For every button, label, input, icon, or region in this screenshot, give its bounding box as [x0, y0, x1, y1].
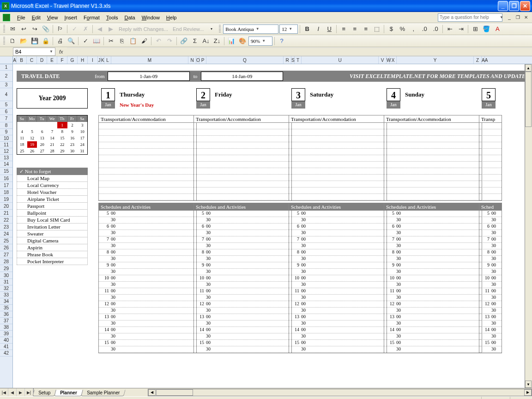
calendar-cell[interactable]: 26: [27, 148, 37, 154]
schedule-row[interactable]: 700: [479, 236, 502, 243]
schedule-row[interactable]: 30: [384, 333, 482, 340]
horizontal-scrollbar[interactable]: ◀ ▶: [148, 389, 532, 396]
menu-window[interactable]: Window: [139, 14, 163, 21]
row-header[interactable]: 25: [0, 237, 12, 244]
schedule-row[interactable]: 30: [479, 243, 502, 249]
row-header[interactable]: 29: [0, 265, 12, 272]
align-left-button[interactable]: ≡: [339, 24, 349, 34]
zoom-selector[interactable]: 90% ▼: [248, 36, 272, 46]
drawing-button[interactable]: 🎨: [237, 36, 248, 46]
schedule-row[interactable]: 30: [479, 256, 502, 262]
row-header[interactable]: 42: [0, 350, 12, 357]
schedule-row[interactable]: 1400: [479, 327, 502, 333]
column-header[interactable]: J: [98, 56, 101, 64]
schedule-row[interactable]: 30: [99, 282, 196, 288]
schedule-row[interactable]: 30: [384, 243, 482, 249]
column-header[interactable]: Z: [474, 56, 482, 64]
list-item[interactable]: [384, 136, 482, 142]
reply-icon[interactable]: ↩: [18, 24, 29, 34]
list-item[interactable]: [194, 175, 291, 181]
menu-file[interactable]: File: [14, 14, 29, 21]
row-header[interactable]: 33: [0, 292, 12, 298]
schedule-row[interactable]: 30: [194, 333, 291, 340]
paste-button[interactable]: 📋: [128, 36, 138, 46]
schedule-row[interactable]: 30: [99, 346, 196, 353]
transportation-section[interactable]: Transportation/Accommodation: [289, 115, 387, 201]
row-header[interactable]: 2: [0, 71, 12, 82]
row-header[interactable]: 39: [0, 331, 12, 337]
list-item[interactable]: [384, 181, 482, 187]
schedule-row[interactable]: 30: [384, 269, 482, 275]
research-button[interactable]: 📖: [91, 36, 102, 46]
calendar-cell[interactable]: 12: [27, 135, 37, 141]
close-button[interactable]: ✕: [520, 1, 530, 11]
list-item[interactable]: [384, 142, 482, 149]
ntf-item[interactable]: Sweater: [17, 230, 88, 237]
schedule-row[interactable]: 1400: [384, 327, 482, 333]
row-header[interactable]: 21: [0, 210, 12, 217]
schedule-row[interactable]: 1500: [479, 340, 502, 346]
increase-indent-button[interactable]: ⇥: [456, 24, 466, 34]
save-button[interactable]: 💾: [30, 36, 40, 46]
calendar-cell[interactable]: [37, 122, 47, 128]
font-selector[interactable]: Book Antiqua ▼: [223, 24, 278, 34]
cut-button[interactable]: ✂: [106, 36, 116, 46]
schedule-row[interactable]: 30: [99, 256, 196, 262]
reject-icon[interactable]: ✗: [80, 24, 91, 34]
schedule-row[interactable]: 500: [289, 211, 387, 217]
calendar-cell[interactable]: 22: [57, 141, 67, 148]
sort-asc-button[interactable]: A↓: [201, 36, 211, 46]
schedule-row[interactable]: 30: [289, 269, 387, 275]
row-header[interactable]: 26: [0, 244, 12, 251]
tab-next-button[interactable]: ▶: [17, 388, 25, 396]
list-item[interactable]: [479, 136, 502, 142]
schedule-row[interactable]: 30: [479, 295, 502, 301]
calendar-cell[interactable]: 27: [37, 148, 47, 154]
schedule-row[interactable]: 30: [289, 217, 387, 224]
schedule-row[interactable]: 30: [194, 295, 291, 301]
row-header[interactable]: 28: [0, 258, 12, 265]
toolbar-grip[interactable]: [3, 25, 5, 33]
list-item[interactable]: [99, 175, 196, 181]
list-item[interactable]: [479, 194, 502, 200]
row-header[interactable]: 11: [0, 142, 12, 148]
schedule-row[interactable]: 30: [99, 320, 196, 327]
sheet-tab[interactable]: Sample Planner: [81, 390, 126, 396]
list-item[interactable]: [194, 123, 291, 129]
decrease-indent-button[interactable]: ⇤: [445, 24, 455, 34]
list-item[interactable]: [289, 123, 387, 129]
row-header[interactable]: 37: [0, 318, 12, 324]
schedule-row[interactable]: 1200: [479, 301, 502, 308]
column-header[interactable]: O: [196, 56, 200, 64]
list-item[interactable]: [384, 123, 482, 129]
list-item[interactable]: [99, 149, 196, 155]
column-header[interactable]: F: [57, 56, 67, 64]
next-change-icon[interactable]: ▶: [106, 24, 116, 34]
chevron-down-icon[interactable]: ▼: [262, 39, 266, 43]
list-item[interactable]: [99, 194, 196, 200]
open-button[interactable]: 📂: [18, 36, 29, 46]
row-header[interactable]: 9: [0, 129, 12, 135]
schedule-row[interactable]: 700: [384, 236, 482, 243]
comma-button[interactable]: ,: [408, 24, 418, 34]
spelling-button[interactable]: ✓: [80, 36, 91, 46]
schedule-row[interactable]: 1100: [194, 288, 291, 295]
reply-all-icon[interactable]: ↪: [30, 24, 40, 34]
schedule-row[interactable]: 30: [479, 217, 502, 224]
calendar-cell[interactable]: 30: [67, 148, 78, 154]
schedule-row[interactable]: 1500: [99, 340, 196, 346]
calendar-cell[interactable]: 16: [67, 135, 78, 141]
mini-calendar[interactable]: SuMoTuWeThFrSa12345678910111213141516171…: [17, 115, 88, 155]
list-item[interactable]: [479, 142, 502, 149]
doc-restore-button[interactable]: ❐: [514, 14, 521, 21]
schedule-row[interactable]: 30: [99, 217, 196, 224]
schedule-row[interactable]: 600: [479, 224, 502, 230]
schedule-row[interactable]: 30: [384, 295, 482, 301]
calendar-cell[interactable]: 13: [37, 135, 47, 141]
schedule-section[interactable]: Schedules and Activities5003060030700308…: [384, 203, 482, 353]
schedule-row[interactable]: 1400: [99, 327, 196, 333]
column-header[interactable]: G: [67, 56, 78, 64]
increase-decimal-button[interactable]: .0: [419, 24, 429, 34]
schedule-row[interactable]: 30: [384, 256, 482, 262]
row-header[interactable]: 36: [0, 311, 12, 318]
